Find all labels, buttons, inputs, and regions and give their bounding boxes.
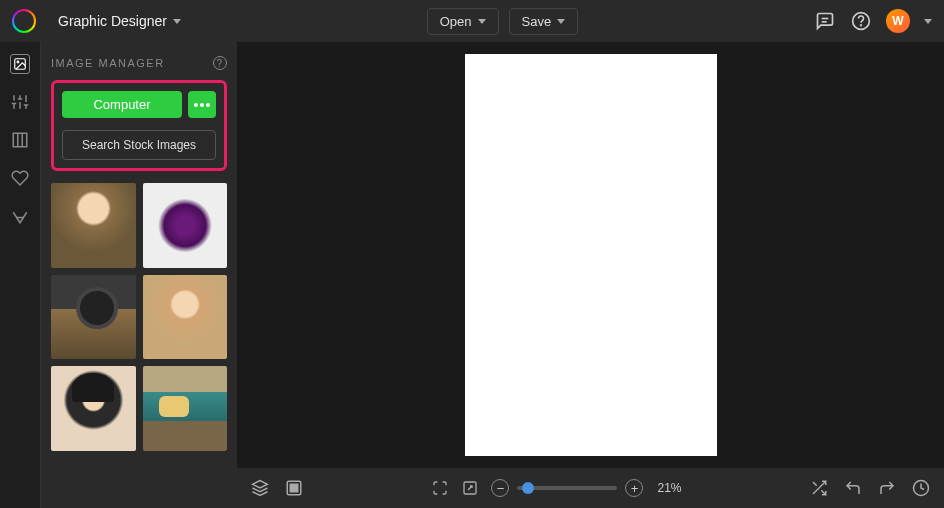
zoom-slider[interactable] bbox=[517, 486, 617, 490]
chevron-down-icon bbox=[173, 19, 181, 24]
thumbnail-woman-black-hat[interactable] bbox=[51, 366, 136, 451]
panel-title: IMAGE MANAGER bbox=[51, 57, 165, 69]
chevron-down-icon[interactable] bbox=[924, 19, 932, 24]
layout-tool-icon[interactable] bbox=[10, 130, 30, 150]
zoom-percentage: 21% bbox=[657, 481, 681, 495]
save-button[interactable]: Save bbox=[509, 8, 579, 35]
redo-icon[interactable] bbox=[878, 479, 896, 497]
dot-icon bbox=[200, 103, 204, 107]
image-manager-panel: IMAGE MANAGER ? Computer Search Stock Im… bbox=[41, 42, 237, 508]
svg-point-3 bbox=[861, 25, 862, 26]
thumbnail-woman-portrait[interactable] bbox=[51, 183, 136, 268]
expand-icon[interactable] bbox=[461, 479, 479, 497]
app-title: Graphic Designer bbox=[58, 13, 167, 29]
background-icon[interactable] bbox=[285, 479, 303, 497]
user-avatar[interactable]: W bbox=[886, 9, 910, 33]
canvas-page[interactable] bbox=[465, 54, 717, 456]
tool-rail bbox=[0, 42, 41, 508]
search-stock-button[interactable]: Search Stock Images bbox=[62, 130, 216, 160]
layers-icon[interactable] bbox=[251, 479, 269, 497]
chevron-down-icon bbox=[557, 19, 565, 24]
thumbnail-teal-truck[interactable] bbox=[143, 366, 228, 451]
thumbnail-purple-flower[interactable] bbox=[143, 183, 228, 268]
comments-icon[interactable] bbox=[814, 10, 836, 32]
upload-highlight: Computer Search Stock Images bbox=[51, 80, 227, 171]
thumbnail-grid bbox=[51, 183, 227, 461]
shuffle-icon[interactable] bbox=[810, 479, 828, 497]
svg-marker-19 bbox=[253, 481, 268, 489]
computer-button[interactable]: Computer bbox=[62, 91, 182, 118]
svg-point-5 bbox=[17, 61, 19, 63]
fit-screen-icon[interactable] bbox=[431, 479, 449, 497]
thumbnail-woman-hat[interactable] bbox=[143, 275, 228, 360]
zoom-in-button[interactable]: + bbox=[625, 479, 643, 497]
svg-line-25 bbox=[813, 482, 817, 486]
image-tool-icon[interactable] bbox=[10, 54, 30, 74]
more-upload-button[interactable] bbox=[188, 91, 216, 118]
open-button[interactable]: Open bbox=[427, 8, 499, 35]
dot-icon bbox=[206, 103, 210, 107]
canvas-viewport[interactable] bbox=[237, 42, 944, 468]
help-icon[interactable] bbox=[850, 10, 872, 32]
svg-rect-15 bbox=[13, 133, 27, 147]
text-tool-icon[interactable] bbox=[10, 206, 30, 226]
app-title-dropdown[interactable]: Graphic Designer bbox=[48, 8, 191, 34]
undo-icon[interactable] bbox=[844, 479, 862, 497]
app-logo[interactable] bbox=[12, 9, 36, 33]
thumbnail-vintage-camera[interactable] bbox=[51, 275, 136, 360]
dot-icon bbox=[194, 103, 198, 107]
zoom-out-button[interactable]: − bbox=[491, 479, 509, 497]
open-label: Open bbox=[440, 14, 472, 29]
save-label: Save bbox=[522, 14, 552, 29]
bottom-toolbar: − + 21% bbox=[237, 468, 944, 508]
history-icon[interactable] bbox=[912, 479, 930, 497]
panel-help-icon[interactable]: ? bbox=[213, 56, 227, 70]
favorites-tool-icon[interactable] bbox=[10, 168, 30, 188]
avatar-initial: W bbox=[892, 14, 903, 28]
svg-rect-21 bbox=[290, 484, 298, 492]
chevron-down-icon bbox=[478, 19, 486, 24]
adjust-tool-icon[interactable] bbox=[10, 92, 30, 112]
